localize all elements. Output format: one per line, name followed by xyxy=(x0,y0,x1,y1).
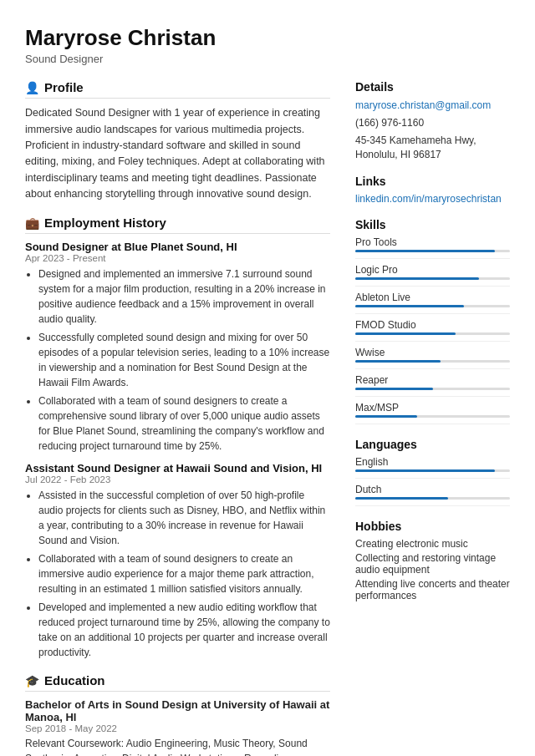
language-divider xyxy=(355,505,510,506)
language-divider xyxy=(355,478,510,479)
job-bullet: Successfully completed sound design and … xyxy=(38,330,330,390)
job-bullets: Designed and implemented an immersive 7.… xyxy=(25,266,330,454)
education-label: Education xyxy=(44,673,105,688)
language-item: Dutch xyxy=(355,484,510,500)
skill-divider xyxy=(355,258,510,259)
skill-bar-fill xyxy=(355,305,464,307)
skill-bar-fill xyxy=(355,250,495,252)
education-item: Bachelor of Arts in Sound Design at Univ… xyxy=(25,698,330,756)
employment-heading: 💼 Employment History xyxy=(25,216,330,234)
header: Maryrose Christan Sound Designer xyxy=(25,25,510,65)
hobbies-section: Hobbies Creating electronic musicCollect… xyxy=(355,520,510,601)
email-anchor[interactable]: maryrose.christan@gmail.com xyxy=(355,99,491,111)
skill-item: Reaper xyxy=(355,374,510,390)
details-section: Details maryrose.christan@gmail.com (166… xyxy=(355,80,510,161)
profile-label: Profile xyxy=(44,80,84,94)
languages-heading: Languages xyxy=(355,438,510,451)
skill-item: Max/MSP xyxy=(355,402,510,418)
education-list: Bachelor of Arts in Sound Design at Univ… xyxy=(25,698,330,756)
job-bullets: Assisted in the successful completion of… xyxy=(25,488,330,660)
skill-divider xyxy=(355,341,510,342)
links-section: Links linkedin.com/in/maryrosechristan xyxy=(355,175,510,205)
education-section: 🎓 Education Bachelor of Arts in Sound De… xyxy=(25,673,330,756)
language-item: English xyxy=(355,456,510,472)
job-bullet: Developed and implemented a new audio ed… xyxy=(38,600,330,660)
skill-bar-fill xyxy=(355,332,456,335)
skill-name: Wwise xyxy=(355,347,510,358)
main-layout: 👤 Profile Dedicated Sound Designer with … xyxy=(25,80,510,756)
hobbies-list: Creating electronic musicCollecting and … xyxy=(355,538,510,601)
details-heading: Details xyxy=(355,80,510,94)
skill-name: Ableton Live xyxy=(355,292,510,303)
skill-bar-fill xyxy=(355,360,441,363)
skill-name: FMOD Studio xyxy=(355,319,510,331)
skill-bar-bg xyxy=(355,360,510,363)
applicant-title: Sound Designer xyxy=(25,53,510,65)
links-heading: Links xyxy=(355,175,510,188)
skill-item: Ableton Live xyxy=(355,292,510,307)
language-bar-fill xyxy=(355,469,495,472)
profile-heading: 👤 Profile xyxy=(25,80,330,99)
skill-name: Logic Pro xyxy=(355,264,510,276)
edu-date: Sep 2018 - May 2022 xyxy=(25,723,330,733)
employment-section: 💼 Employment History Sound Designer at B… xyxy=(25,216,330,660)
skill-bar-fill xyxy=(355,388,433,390)
hobbies-heading: Hobbies xyxy=(355,520,510,533)
job-title: Sound Designer at Blue Planet Sound, HI xyxy=(25,241,330,253)
right-column: Details maryrose.christan@gmail.com (166… xyxy=(355,80,510,756)
skill-bar-bg xyxy=(355,305,510,307)
skill-bar-bg xyxy=(355,250,510,252)
skill-name: Pro Tools xyxy=(355,236,510,248)
job-title: Assistant Sound Designer at Hawaii Sound… xyxy=(25,462,330,474)
job-date: Jul 2022 - Feb 2023 xyxy=(25,474,330,485)
skill-name: Max/MSP xyxy=(355,402,510,414)
skill-item: Pro Tools xyxy=(355,236,510,252)
language-bar-fill xyxy=(355,497,448,500)
skill-divider xyxy=(355,424,510,424)
job-bullet: Designed and implemented an immersive 7.… xyxy=(38,266,330,327)
skill-bar-bg xyxy=(355,415,510,418)
jobs-list: Sound Designer at Blue Planet Sound, HIA… xyxy=(25,241,330,660)
phone-item: (166) 976-1160 xyxy=(355,116,510,130)
job-bullet: Collaborated with a team of sound design… xyxy=(38,393,330,454)
edu-text: Relevant Coursework: Audio Engineering, … xyxy=(25,736,330,756)
edu-title: Bachelor of Arts in Sound Design at Univ… xyxy=(25,698,330,723)
links-list: linkedin.com/in/maryrosechristan xyxy=(355,193,510,205)
languages-section: Languages EnglishDutch xyxy=(355,438,510,506)
language-bar-bg xyxy=(355,469,510,472)
job-bullet: Collaborated with a team of sound design… xyxy=(38,551,330,596)
skill-item: Wwise xyxy=(355,347,510,363)
job-bullet: Assisted in the successful completion of… xyxy=(38,488,330,548)
address-item: 45-345 Kamehameha Hwy, Honolulu, HI 9681… xyxy=(355,134,510,162)
skill-item: Logic Pro xyxy=(355,264,510,280)
employment-label: Employment History xyxy=(44,216,166,230)
hobby-item: Collecting and restoring vintage audio e… xyxy=(355,552,510,576)
job-date: Apr 2023 - Present xyxy=(25,253,330,263)
skill-bar-fill xyxy=(355,415,417,418)
education-heading: 🎓 Education xyxy=(25,673,330,692)
skill-name: Reaper xyxy=(355,374,510,386)
hobby-item: Attending live concerts and theater perf… xyxy=(355,578,510,601)
skill-bar-bg xyxy=(355,332,510,335)
job-item: Sound Designer at Blue Planet Sound, HIA… xyxy=(25,241,330,454)
education-icon: 🎓 xyxy=(25,674,39,688)
left-column: 👤 Profile Dedicated Sound Designer with … xyxy=(25,80,330,756)
applicant-name: Maryrose Christan xyxy=(25,25,510,51)
email-link[interactable]: maryrose.christan@gmail.com xyxy=(355,99,510,113)
link-item[interactable]: linkedin.com/in/maryrosechristan xyxy=(355,193,510,205)
language-bar-bg xyxy=(355,497,510,500)
skill-item: FMOD Studio xyxy=(355,319,510,335)
language-name: Dutch xyxy=(355,484,510,495)
profile-section: 👤 Profile Dedicated Sound Designer with … xyxy=(25,80,330,202)
employment-icon: 💼 xyxy=(25,216,39,230)
profile-text: Dedicated Sound Designer with 1 year of … xyxy=(25,105,330,202)
languages-list: EnglishDutch xyxy=(355,456,510,506)
skill-bar-bg xyxy=(355,388,510,390)
skill-divider xyxy=(355,368,510,369)
profile-icon: 👤 xyxy=(25,81,39,94)
skills-heading: Skills xyxy=(355,218,510,231)
skill-divider xyxy=(355,396,510,397)
job-item: Assistant Sound Designer at Hawaii Sound… xyxy=(25,462,330,660)
hobby-item: Creating electronic music xyxy=(355,538,510,550)
language-name: English xyxy=(355,456,510,468)
